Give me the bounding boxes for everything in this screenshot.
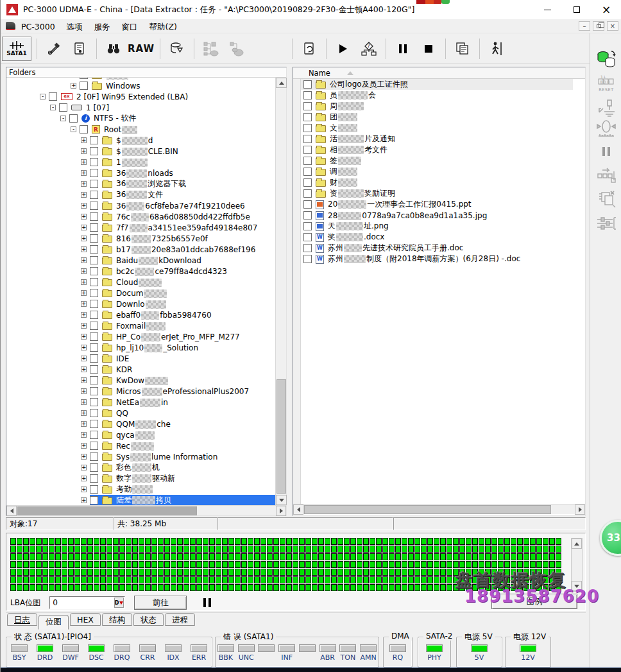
file-row[interactable]: 苏州先进技术研究院员工手册.doc xyxy=(301,243,573,254)
checkbox[interactable] xyxy=(80,82,88,90)
tree-item[interactable]: +KDR xyxy=(6,364,275,375)
tree-item[interactable]: +QQMche xyxy=(6,418,275,429)
tree-item[interactable]: -iNTFS - 软件 xyxy=(6,113,275,124)
checkbox[interactable] xyxy=(90,420,98,428)
tree-item-body[interactable]: IDE xyxy=(90,353,275,364)
tab-状态[interactable]: 状态 xyxy=(133,613,164,626)
file-row[interactable]: 20一次理事会工作汇报0415.ppt xyxy=(301,199,573,210)
pause-button[interactable] xyxy=(391,37,414,61)
menu-item-服务[interactable]: 服务 xyxy=(89,20,116,33)
checkbox[interactable] xyxy=(90,180,98,188)
expand-plus-icon[interactable]: + xyxy=(71,83,76,89)
tree-item[interactable]: +b1720e83a01ddcab7688ef196 xyxy=(6,244,275,255)
expand-plus-icon[interactable]: + xyxy=(81,170,87,176)
task-map-button[interactable]: ? xyxy=(357,37,380,61)
map-tree-button-2[interactable] xyxy=(225,37,248,61)
tree-item[interactable]: +ebaff0fbba5984760 xyxy=(6,309,275,320)
tree-item[interactable]: +Foxmail xyxy=(6,320,275,331)
checkbox[interactable] xyxy=(90,212,98,221)
expand-plus-icon[interactable]: + xyxy=(81,225,87,230)
tree-item-body[interactable]: 1 xyxy=(90,157,275,168)
file-row[interactable]: 文 xyxy=(301,123,573,134)
expand-plus-icon[interactable]: + xyxy=(81,279,87,285)
scroll-right-button[interactable] xyxy=(276,506,286,516)
file-row[interactable]: 调 xyxy=(301,166,573,177)
checkbox[interactable] xyxy=(303,189,312,198)
collapse-minus-icon[interactable]: - xyxy=(40,94,46,99)
expand-plus-icon[interactable]: + xyxy=(81,465,87,470)
tree-item[interactable]: -RRoot xyxy=(6,124,275,135)
checkbox[interactable] xyxy=(90,158,98,166)
tree-item-body[interactable]: 76c68a6d08850dd422ffdfb5e xyxy=(90,211,275,222)
checkbox[interactable] xyxy=(90,147,98,155)
file-row[interactable]: 员会 xyxy=(301,90,573,101)
checkbox[interactable] xyxy=(90,485,98,494)
task-parameters-button[interactable] xyxy=(68,37,91,61)
expand-plus-icon[interactable]: + xyxy=(81,476,87,481)
checkbox[interactable] xyxy=(90,234,98,243)
checkbox[interactable] xyxy=(90,442,98,450)
tree-item-body[interactable]: Rec xyxy=(90,440,275,451)
checkbox[interactable] xyxy=(90,354,98,363)
files-hscrollbar[interactable] xyxy=(293,504,585,514)
copy-results-button[interactable] xyxy=(451,37,474,61)
tree-item[interactable]: +1 xyxy=(6,157,275,168)
scroll-down-button[interactable] xyxy=(276,495,287,505)
expand-plus-icon[interactable]: + xyxy=(81,312,87,318)
expand-plus-icon[interactable]: + xyxy=(81,497,87,503)
tree-item[interactable]: +366cf8feba7e74f19210dee6 xyxy=(6,200,275,211)
tree-item[interactable]: +BaidukDownload xyxy=(6,255,275,266)
mdi-restore-button[interactable] xyxy=(593,21,604,31)
expand-plus-icon[interactable]: + xyxy=(81,432,87,438)
expand-plus-icon[interactable]: + xyxy=(81,421,87,427)
expand-plus-icon[interactable]: + xyxy=(81,301,87,307)
expand-plus-icon[interactable]: + xyxy=(81,236,87,241)
expand-plus-icon[interactable]: + xyxy=(81,323,87,329)
collapse-minus-icon[interactable]: - xyxy=(71,126,76,132)
tree-item-body[interactable]: Downlo xyxy=(90,298,275,309)
checkbox[interactable] xyxy=(303,244,312,252)
reset-button[interactable]: 1↓0 0 0 RESET xyxy=(596,73,617,94)
file-row[interactable]: 苏州制度（附2018年调薪方案）(6月28日) -.doc xyxy=(301,254,573,264)
expand-plus-icon[interactable]: + xyxy=(81,356,87,361)
mdi-minimize-button[interactable]: – xyxy=(579,21,590,31)
tree-hscrollbar[interactable] xyxy=(6,505,286,515)
tree-item-body[interactable]: 8167325b6557e0f xyxy=(90,233,275,244)
clear-results-button[interactable] xyxy=(596,189,617,209)
file-row[interactable]: 天址.png xyxy=(301,221,573,232)
tree-item[interactable]: +Windows xyxy=(6,80,275,91)
expand-plus-icon[interactable]: + xyxy=(81,443,87,449)
tree-item-body[interactable]: HP_CoerJet_Pro_MFP_M277 xyxy=(90,331,275,342)
tree-item-body[interactable]: 36nloads xyxy=(90,168,275,178)
tree-item-body[interactable]: 考勤 xyxy=(90,484,275,495)
tree-vscrollbar[interactable] xyxy=(275,78,286,505)
files-hscroll-thumb[interactable] xyxy=(304,505,551,514)
checkbox[interactable] xyxy=(303,178,312,187)
file-row[interactable]: 相考文件 xyxy=(301,144,573,155)
file-row[interactable]: 签 xyxy=(301,155,573,166)
tree-item[interactable]: +HP_CoerJet_Pro_MFP_M277 xyxy=(6,331,275,342)
tree-item-body[interactable]: qyca xyxy=(90,429,275,440)
build-map-button[interactable] xyxy=(596,164,617,185)
tree-item-body[interactable]: QQ xyxy=(90,408,275,418)
tree-item[interactable]: +hp_lj10_Solution xyxy=(6,342,275,353)
expand-plus-icon[interactable]: + xyxy=(81,345,87,350)
export-data-button[interactable] xyxy=(166,37,189,61)
tree-item[interactable]: +qyca xyxy=(6,429,275,440)
checkbox[interactable] xyxy=(303,80,312,89)
tree-item-body[interactable]: KwDow xyxy=(90,375,275,386)
expand-plus-icon[interactable]: + xyxy=(81,268,87,274)
tree-item-body[interactable]: RRoot xyxy=(80,124,275,135)
expand-plus-icon[interactable]: + xyxy=(81,334,87,340)
tree-item-body[interactable]: MicroseProfessionalPlus2007 xyxy=(90,386,275,397)
tree-item[interactable]: +彩色机 xyxy=(6,462,275,473)
checkbox[interactable] xyxy=(303,200,312,209)
expand-plus-icon[interactable]: + xyxy=(81,203,87,209)
map-tree-button-1[interactable] xyxy=(200,37,223,61)
stop-button[interactable] xyxy=(417,37,440,61)
tree-item-selected[interactable]: 陆爱拷贝 xyxy=(90,495,275,505)
tree-item-body[interactable]: $d xyxy=(90,135,275,146)
tree-hscroll-thumb[interactable] xyxy=(17,506,197,515)
tree-item-body[interactable]: QQMche xyxy=(90,418,275,429)
scroll-up-button[interactable] xyxy=(276,78,287,88)
